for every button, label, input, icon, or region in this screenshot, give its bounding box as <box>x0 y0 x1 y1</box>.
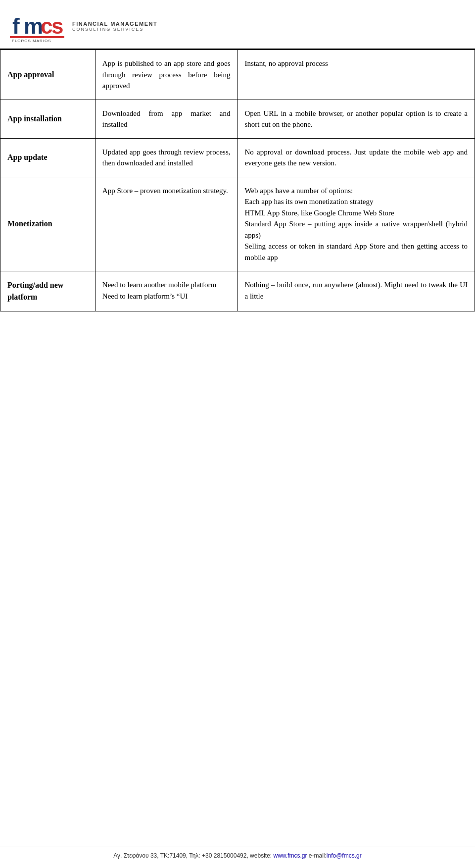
header: f m c s FLOROS MARIOS FINANCIAL MANAGEME… <box>0 0 475 50</box>
footer-address: Αγ. Στεφάνου 33, ΤΚ:71409, Τηλ: +30 2815… <box>113 852 273 859</box>
row-native-app-installation: Downloaded from app market and installed <box>95 100 238 138</box>
row-label-app-update: App update <box>0 138 95 177</box>
row-label-porting: Porting/add new platform <box>0 271 95 311</box>
table-row: App installation Downloaded from app mar… <box>0 100 475 138</box>
logo-box: f m c s FLOROS MARIOS <box>10 9 64 44</box>
logo-area: f m c s FLOROS MARIOS FINANCIAL MANAGEME… <box>10 9 157 44</box>
row-native-monetization: App Store – proven monetization strategy… <box>95 177 238 271</box>
row-label-app-approval: App approval <box>0 50 95 100</box>
svg-text:f: f <box>12 14 20 38</box>
comparison-table: App approval App is published to an app … <box>0 50 475 311</box>
svg-rect-5 <box>10 36 64 38</box>
row-label-monetization: Monetization <box>0 177 95 271</box>
row-web-monetization: Web apps have a number of options:Each a… <box>238 177 475 271</box>
footer: Αγ. Στεφάνου 33, ΤΚ:71409, Τηλ: +30 2815… <box>0 847 475 859</box>
svg-text:FLOROS MARIOS: FLOROS MARIOS <box>12 39 51 43</box>
company-title: FINANCIAL MANAGEMENT <box>72 21 157 27</box>
footer-website[interactable]: www.fmcs.gr <box>273 852 307 859</box>
row-web-app-approval: Instant, no approval process <box>238 50 475 100</box>
table-row: App approval App is published to an app … <box>0 50 475 100</box>
footer-email-prefix: e-mail: <box>307 852 327 859</box>
table-row: Monetization App Store – proven monetiza… <box>0 177 475 271</box>
row-label-app-installation: App installation <box>0 100 95 138</box>
row-web-app-installation: Open URL in a mobile browser, or another… <box>238 100 475 138</box>
svg-text:c: c <box>41 14 52 38</box>
table-row: App update Updated app goes through revi… <box>0 138 475 177</box>
table-row: Porting/add new platform Need to learn a… <box>0 271 475 311</box>
row-web-app-update: No approval or download process. Just up… <box>238 138 475 177</box>
footer-email[interactable]: info@fmcs.gr <box>327 852 362 859</box>
row-native-app-approval: App is published to an app store and goe… <box>95 50 238 100</box>
company-subtitle: CONSULTING SERVICES <box>72 27 157 32</box>
company-name: FINANCIAL MANAGEMENT CONSULTING SERVICES <box>72 21 157 32</box>
svg-text:s: s <box>51 14 63 38</box>
row-native-app-update: Updated app goes through review process,… <box>95 138 238 177</box>
row-web-porting: Nothing – build once, run anywhere (almo… <box>238 271 475 311</box>
row-native-porting: Need to learn another mobile platformNee… <box>95 271 238 311</box>
